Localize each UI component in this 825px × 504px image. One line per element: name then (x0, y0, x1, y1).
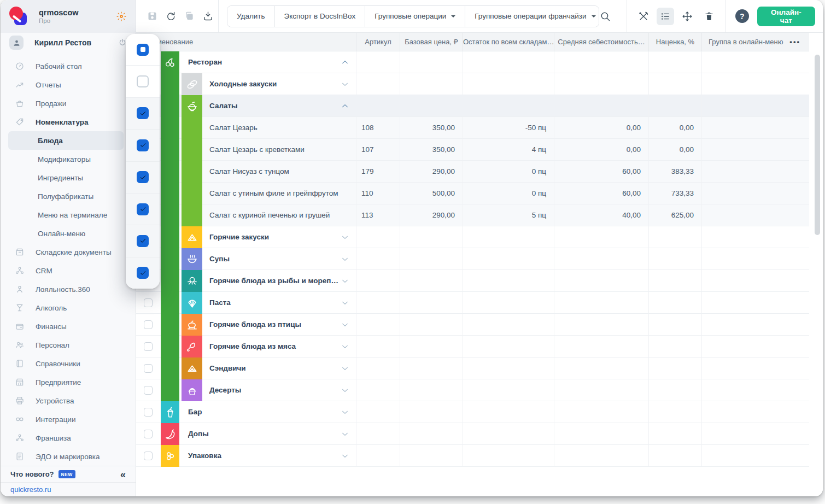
checkbox-checked[interactable] (137, 139, 149, 151)
checkbox-checked[interactable] (137, 267, 149, 279)
table-row[interactable]: Паста (136, 292, 823, 314)
table-row[interactable]: Салат Цезарь с креветками107350,004 пц0,… (136, 139, 823, 161)
row-checkbox[interactable] (144, 320, 153, 329)
chevron-down-icon[interactable] (341, 364, 349, 373)
table-row[interactable]: Бар (136, 401, 823, 423)
table-row[interactable]: Ресторан (136, 51, 823, 73)
column-header-5[interactable]: Наценка, % (648, 33, 701, 51)
table-row[interactable]: Допы (136, 423, 823, 445)
checkbox-unchecked[interactable] (137, 75, 149, 87)
collapse-sidebar-icon[interactable]: « (120, 470, 126, 479)
chevron-down-icon[interactable] (341, 408, 349, 417)
search-icon[interactable] (599, 10, 611, 22)
chevron-down-icon[interactable] (341, 277, 349, 285)
sidebar-item-6[interactable]: Ингредиенты (1, 168, 136, 187)
chevron-up-icon[interactable] (341, 102, 349, 110)
checkbox-indeterminate[interactable] (137, 44, 149, 56)
sidebar-item-7[interactable]: Полуфабрикаты (1, 187, 136, 206)
row-checkbox[interactable] (144, 430, 153, 438)
table-row[interactable]: Салаты (136, 95, 823, 117)
action-button-0[interactable]: Удалить (227, 6, 274, 27)
table-row[interactable]: Сэндвичи (136, 358, 823, 379)
sidebar-item-21[interactable]: ЭДО и маркировка (1, 447, 136, 466)
table-row[interactable]: Горячие блюда из рыбы и мореп… (136, 270, 823, 292)
row-checkbox[interactable] (144, 298, 153, 307)
chevron-down-icon[interactable] (341, 298, 349, 307)
copy-icon[interactable] (183, 10, 196, 23)
column-header-3[interactable]: Остаток по всем складам… (463, 33, 554, 51)
table-row[interactable]: Горячие блюда из птицы (136, 314, 823, 336)
column-header-0[interactable]: Наименование (136, 33, 356, 51)
chevron-down-icon[interactable] (341, 342, 349, 351)
sidebar-item-15[interactable]: Персонал (1, 336, 136, 354)
row-checkbox[interactable] (144, 364, 153, 373)
table-row[interactable]: Десерты (136, 379, 823, 401)
sidebar-item-0[interactable]: Рабочий стол (1, 57, 136, 75)
chevron-down-icon[interactable] (341, 255, 349, 263)
checkbox-checked[interactable] (137, 171, 149, 183)
user-row[interactable]: Кирилл Рестов (1, 33, 136, 52)
column-menu-icon[interactable]: ••• (789, 38, 800, 46)
sidebar-item-19[interactable]: Интеграции (1, 410, 136, 429)
action-button-3[interactable]: Групповые операции франчайзи (465, 6, 599, 27)
table-row[interactable]: Холодные закуски (136, 73, 823, 95)
sidebar-item-1[interactable]: Отчеты (1, 75, 136, 94)
quickresto-link[interactable]: quickresto.ru (10, 485, 51, 494)
theme-sun-icon[interactable] (116, 11, 127, 22)
refresh-icon[interactable] (164, 10, 177, 23)
checkbox-checked[interactable] (137, 107, 149, 119)
list-icon[interactable] (657, 8, 674, 25)
table-row[interactable]: Салат с утиным филе и грейпфрутом110500,… (136, 183, 823, 204)
table-row[interactable]: Горячие закуски (136, 226, 823, 248)
row-checkbox[interactable] (144, 408, 153, 417)
sidebar-item-5[interactable]: Модификаторы (1, 150, 136, 168)
help-button[interactable]: ? (735, 9, 749, 23)
checkbox-checked[interactable] (137, 203, 149, 215)
chevron-down-icon[interactable] (341, 430, 349, 438)
sidebar-item-16[interactable]: Справочники (1, 354, 136, 373)
tools-icon[interactable] (635, 8, 652, 25)
action-button-1[interactable]: Экспорт в DocsInBox (274, 6, 365, 27)
table-row[interactable]: Салат Цезарь108350,00-50 пц0,000,00 (136, 117, 823, 139)
trash-icon[interactable] (700, 8, 718, 25)
table-row[interactable]: Горячие блюда из мяса (136, 336, 823, 358)
sidebar-item-12[interactable]: Лояльность.360 (1, 280, 136, 298)
chevron-down-icon[interactable] (341, 386, 349, 395)
sidebar-item-10[interactable]: Складские документы (1, 243, 136, 261)
chevron-down-icon[interactable] (341, 233, 349, 242)
online-chat-button[interactable]: Онлайн-чат (757, 7, 815, 26)
chevron-down-icon[interactable] (341, 452, 349, 460)
chevron-down-icon[interactable] (341, 320, 349, 329)
column-header-2[interactable]: Базовая цена, ₽ (400, 33, 463, 51)
whats-new-link[interactable]: Что нового? (10, 470, 54, 478)
sidebar-item-11[interactable]: CRM (1, 261, 136, 280)
save-icon[interactable] (145, 10, 159, 23)
sidebar-item-17[interactable]: Предприятие (1, 373, 136, 391)
chevron-down-icon[interactable] (341, 80, 349, 89)
row-checkbox[interactable] (144, 452, 153, 460)
table-row[interactable]: Упаковка (136, 445, 823, 467)
checkbox-checked[interactable] (137, 235, 149, 247)
chevron-up-icon[interactable] (341, 58, 349, 67)
sidebar-item-4[interactable]: Блюда (8, 131, 124, 150)
sidebar-item-8[interactable]: Меню на терминале (1, 206, 136, 224)
sidebar-item-13[interactable]: Алкоголь (1, 298, 136, 317)
column-header-1[interactable]: Артикул (356, 33, 400, 51)
sidebar-item-18[interactable]: Устройства (1, 391, 136, 410)
row-checkbox[interactable] (144, 386, 153, 395)
row-checkbox[interactable] (144, 342, 153, 351)
sidebar-item-14[interactable]: Финансы (1, 317, 136, 336)
action-button-2[interactable]: Групповые операции (365, 6, 465, 27)
table-row[interactable]: Салат с куриной печенью и грушей113290,0… (136, 204, 823, 226)
sidebar-item-20[interactable]: Франшиза (1, 429, 136, 447)
sidebar-item-2[interactable]: Продажи (1, 94, 136, 113)
column-header-4[interactable]: Средняя себестоимость… (554, 33, 648, 51)
table-row[interactable]: Супы (136, 248, 823, 270)
sidebar-item-9[interactable]: Онлайн-меню (1, 224, 136, 243)
move-icon[interactable] (678, 8, 696, 25)
table-row[interactable]: Салат Нисуаз с тунцом179290,000 пц60,003… (136, 161, 823, 183)
vertical-scrollbar[interactable] (815, 55, 820, 235)
sidebar-item-3[interactable]: Номенклатура (1, 113, 136, 131)
column-header-6[interactable]: Группа в онлайн-меню••• (701, 33, 809, 51)
download-icon[interactable] (201, 10, 214, 23)
